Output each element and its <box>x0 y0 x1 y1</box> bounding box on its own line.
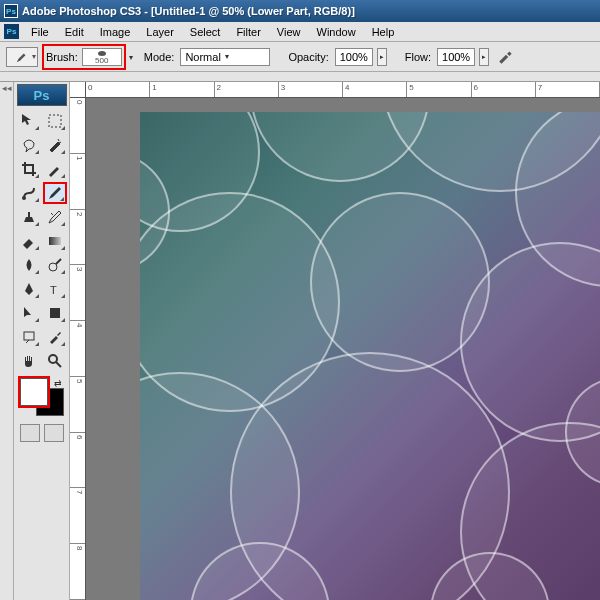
workspace: ◂◂ Ps T <box>0 82 600 600</box>
ruler-vertical[interactable]: 012345678 <box>70 98 86 600</box>
menu-select[interactable]: Select <box>182 26 229 38</box>
menu-window[interactable]: Window <box>309 26 364 38</box>
titlebar: Ps Adobe Photoshop CS3 - [Untitled-1 @ 5… <box>0 0 600 22</box>
opacity-flyout[interactable]: ▸ <box>377 48 387 66</box>
hand-tool[interactable] <box>17 350 41 372</box>
svg-rect-6 <box>24 332 34 340</box>
brush-size-value: 500 <box>95 56 108 65</box>
blur-tool[interactable] <box>17 254 41 276</box>
menu-image[interactable]: Image <box>92 26 139 38</box>
brush-picker-highlight: Brush: 500 <box>42 44 126 70</box>
menubar: Ps File Edit Image Layer Select Filter V… <box>0 22 600 42</box>
brush-preset-picker[interactable]: 500 <box>82 48 122 66</box>
tool-preset-picker[interactable] <box>6 47 38 67</box>
lasso-tool[interactable] <box>17 134 41 156</box>
title-text: Adobe Photoshop CS3 - [Untitled-1 @ 50% … <box>22 5 355 17</box>
zoom-tool[interactable] <box>43 350 67 372</box>
ruler-horizontal[interactable]: 01234567 <box>86 82 600 98</box>
crop-tool[interactable] <box>17 158 41 180</box>
pen-tool[interactable] <box>17 278 41 300</box>
toolbox-collapse-col[interactable]: ◂◂ <box>0 82 14 600</box>
mode-label: Mode: <box>144 51 175 63</box>
type-tool[interactable]: T <box>43 278 67 300</box>
document-canvas[interactable] <box>140 112 600 600</box>
move-tool[interactable] <box>17 110 41 132</box>
svg-point-1 <box>22 196 26 200</box>
brush-tool[interactable] <box>43 182 67 204</box>
ps-app-icon: Ps <box>4 4 18 18</box>
slice-tool[interactable] <box>43 158 67 180</box>
ps-logo-icon: Ps <box>17 84 67 106</box>
eraser-tool[interactable] <box>17 230 41 252</box>
menu-view[interactable]: View <box>269 26 309 38</box>
flow-flyout[interactable]: ▸ <box>479 48 489 66</box>
magic-wand-tool[interactable] <box>43 134 67 156</box>
brush-icon <box>15 50 29 64</box>
opacity-input[interactable]: 100% <box>335 48 373 66</box>
path-selection-tool[interactable] <box>17 302 41 324</box>
menu-edit[interactable]: Edit <box>57 26 92 38</box>
svg-rect-5 <box>50 308 60 318</box>
airbrush-icon[interactable] <box>497 48 515 66</box>
eyedropper-tool[interactable] <box>43 326 67 348</box>
svg-text:T: T <box>50 284 57 296</box>
opacity-label: Opacity: <box>288 51 328 63</box>
panel-dock-strip <box>0 72 600 82</box>
healing-brush-tool[interactable] <box>17 182 41 204</box>
marquee-tool[interactable] <box>43 110 67 132</box>
standard-mode-button[interactable] <box>20 424 40 442</box>
color-swatches: ⇄ <box>20 378 64 416</box>
menu-file[interactable]: File <box>23 26 57 38</box>
ps-menu-icon: Ps <box>4 24 19 39</box>
foreground-color-swatch[interactable] <box>20 378 48 406</box>
options-bar: Brush: 500 Mode: Normal Opacity: 100% ▸ … <box>0 42 600 72</box>
mode-select[interactable]: Normal <box>180 48 270 66</box>
canvas-area: 01234567 012345678 <box>70 82 600 600</box>
menu-help[interactable]: Help <box>364 26 403 38</box>
menu-layer[interactable]: Layer <box>138 26 182 38</box>
clone-stamp-tool[interactable] <box>17 206 41 228</box>
svg-point-7 <box>49 355 57 363</box>
dodge-tool[interactable] <box>43 254 67 276</box>
gradient-tool[interactable] <box>43 230 67 252</box>
brush-label: Brush: <box>46 51 78 63</box>
toolbox: Ps T ⇄ <box>14 82 70 600</box>
notes-tool[interactable] <box>17 326 41 348</box>
svg-rect-0 <box>49 115 61 127</box>
svg-rect-2 <box>49 237 61 245</box>
ruler-origin[interactable] <box>70 82 86 98</box>
shape-tool[interactable] <box>43 302 67 324</box>
flow-label: Flow: <box>405 51 431 63</box>
history-brush-tool[interactable] <box>43 206 67 228</box>
swap-colors-icon[interactable]: ⇄ <box>54 378 62 388</box>
chevron-left-icon: ◂◂ <box>2 83 12 93</box>
quick-mask-button[interactable] <box>44 424 64 442</box>
menu-filter[interactable]: Filter <box>228 26 268 38</box>
svg-point-3 <box>49 263 57 271</box>
flow-input[interactable]: 100% <box>437 48 475 66</box>
